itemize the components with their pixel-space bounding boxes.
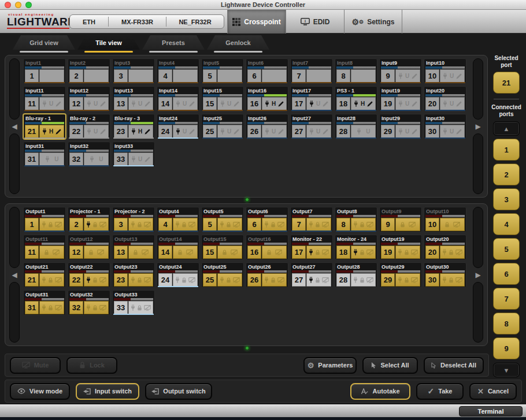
output-tile-12[interactable]: Output1212 <box>68 235 110 260</box>
output-tile-22[interactable]: Output2222 <box>68 262 110 288</box>
connected-port-button-1[interactable]: 1 <box>493 139 520 161</box>
input-tile-23[interactable]: Blu-ray - 323H <box>112 114 155 139</box>
cancel-button[interactable]: ✕ Cancel <box>469 383 517 400</box>
view-mode-button[interactable]: View mode <box>10 383 70 400</box>
output-tile-25[interactable]: Output2525 <box>201 262 244 288</box>
input-tile-29[interactable]: Input2929U <box>379 114 422 139</box>
input-tile-26[interactable]: Input2626U <box>246 114 288 139</box>
connected-port-button-8[interactable]: 8 <box>493 313 520 334</box>
input-tile-3[interactable]: Input33 <box>112 58 155 84</box>
input-tile-25[interactable]: Input2525U <box>201 114 244 139</box>
take-button[interactable]: ✓ Take <box>416 383 464 400</box>
output-tile-5[interactable]: Output55 <box>201 207 244 232</box>
device-button-eth[interactable]: ETH <box>70 18 108 25</box>
output-tile-15[interactable]: Output1515 <box>201 235 244 260</box>
input-tile-5[interactable]: Input55 <box>201 58 244 84</box>
output-tile-9[interactable]: Output99 <box>379 207 422 232</box>
scrollbar-track[interactable] <box>9 58 20 120</box>
input-tile-9[interactable]: Input99U <box>379 58 422 84</box>
selected-port-button[interactable]: 21 <box>493 72 520 94</box>
lock-button[interactable]: Lock <box>66 357 117 374</box>
output-tile-14[interactable]: Output1414 <box>157 235 199 260</box>
connected-port-button-3[interactable]: 3 <box>493 188 520 210</box>
scrollbar-track[interactable] <box>473 58 483 120</box>
output-tile-4[interactable]: Output44 <box>157 207 199 232</box>
input-tile-18[interactable]: PS3 - 118H <box>335 86 377 111</box>
output-switch-button[interactable]: Output switch <box>145 383 212 400</box>
output-tile-29[interactable]: Output2929 <box>379 262 422 288</box>
input-tile-7[interactable]: Input77 <box>290 58 333 84</box>
scrollbar-track[interactable] <box>473 133 483 195</box>
output-tile-18[interactable]: Monitor - 2418 <box>335 235 377 260</box>
output-tile-20[interactable]: Output2020 <box>424 235 466 260</box>
tab-crosspoint[interactable]: Crosspoint <box>227 10 286 34</box>
scrollbar-track[interactable] <box>473 282 483 343</box>
output-tile-32[interactable]: Output3232 <box>68 290 110 315</box>
scroll-right-arrow-icon[interactable]: ▶ <box>471 268 485 282</box>
input-tile-24[interactable]: Input2424U <box>157 114 199 139</box>
device-button-mx-fr33r[interactable]: MX-FR33R <box>109 18 166 25</box>
output-tile-1[interactable]: Output11 <box>23 207 66 232</box>
output-tile-13[interactable]: Output1313 <box>112 235 155 260</box>
output-tile-10[interactable]: Output1010 <box>424 207 466 232</box>
connected-port-button-5[interactable]: 5 <box>493 238 520 260</box>
tab-grid-view[interactable]: Grid view <box>13 35 75 53</box>
output-tile-21[interactable]: Output2121 <box>23 262 66 288</box>
input-tile-27[interactable]: Input2727U <box>290 114 333 139</box>
input-tile-30[interactable]: Input3030U <box>424 114 466 139</box>
input-tile-2[interactable]: Input22 <box>68 58 110 84</box>
input-tile-28[interactable]: Input2828U <box>335 114 377 139</box>
deselect-all-button[interactable]: Deselect All <box>424 357 484 374</box>
output-tile-17[interactable]: Monitor - 2217 <box>290 235 333 260</box>
output-tile-16[interactable]: Output1616 <box>246 235 288 260</box>
scrollbar-track[interactable] <box>9 133 20 195</box>
input-tile-11[interactable]: Input1111U <box>23 86 66 111</box>
input-tile-15[interactable]: Input1515U <box>201 86 244 111</box>
scroll-right-arrow-icon[interactable]: ▶ <box>471 120 485 133</box>
parameters-button[interactable]: ⚙ Parameters <box>303 357 357 374</box>
input-tile-12[interactable]: Input1212U <box>68 86 110 111</box>
tab-presets[interactable]: Presets <box>142 35 205 53</box>
input-switch-button[interactable]: Input switch <box>76 383 139 400</box>
output-tile-2[interactable]: Projector - 12 <box>68 207 110 232</box>
select-all-button[interactable]: Select All <box>362 357 418 374</box>
input-tile-10[interactable]: Input1010U <box>424 58 466 84</box>
ports-scroll-up-button[interactable]: ▲ <box>493 121 520 136</box>
input-tile-33[interactable]: Input3333U <box>112 142 155 167</box>
tab-genlock[interactable]: Genlock <box>207 35 269 53</box>
scrollbar-track[interactable] <box>9 282 20 343</box>
output-tile-23[interactable]: Output2323 <box>112 262 155 288</box>
output-tile-7[interactable]: Output77 <box>290 207 333 232</box>
input-tile-6[interactable]: Input66 <box>246 58 288 84</box>
connected-port-button-4[interactable]: 4 <box>493 213 520 235</box>
input-tile-20[interactable]: Input2020U <box>424 86 466 111</box>
scrollbar-track[interactable] <box>9 207 20 268</box>
tab-settings[interactable]: ⚙⚙ Settings <box>344 10 402 34</box>
ports-scroll-down-button[interactable]: ▼ <box>493 363 520 377</box>
input-tile-4[interactable]: Input44 <box>157 58 199 84</box>
connected-port-button-6[interactable]: 6 <box>493 263 520 285</box>
input-tile-17[interactable]: Input1717U <box>290 86 333 111</box>
connected-port-button-9[interactable]: 9 <box>493 337 520 359</box>
output-tile-33[interactable]: Output3333 <box>112 290 155 315</box>
input-tile-16[interactable]: Input1616H <box>246 86 288 111</box>
scrollbar-track[interactable] <box>473 207 483 268</box>
output-tile-19[interactable]: Output1919 <box>379 235 422 260</box>
device-button-ne-fr32r[interactable]: NE_FR32R <box>166 18 224 25</box>
output-tile-3[interactable]: Projector - 23 <box>112 207 155 232</box>
output-tile-31[interactable]: Output3131 <box>23 290 66 315</box>
input-tile-19[interactable]: Input1919U <box>379 86 422 111</box>
output-tile-11[interactable]: Output1111 <box>23 235 66 260</box>
tab-tile-view[interactable]: Tile view <box>77 35 140 53</box>
scroll-left-arrow-icon[interactable]: ◀ <box>8 120 21 133</box>
input-tile-8[interactable]: Input88 <box>335 58 377 84</box>
input-tile-32[interactable]: Input3232U <box>68 142 110 167</box>
input-tile-21[interactable]: Blu-ray - 121H <box>23 114 66 139</box>
input-tile-14[interactable]: Input1414U <box>157 86 199 111</box>
output-tile-28[interactable]: Output2828 <box>335 262 377 288</box>
input-tile-22[interactable]: Blu-ray - 222U <box>68 114 110 139</box>
output-tile-26[interactable]: Output2626 <box>246 262 288 288</box>
input-tile-1[interactable]: Input11 <box>23 58 66 84</box>
terminal-button[interactable]: Terminal <box>459 406 523 417</box>
scroll-left-arrow-icon[interactable]: ◀ <box>8 268 21 282</box>
